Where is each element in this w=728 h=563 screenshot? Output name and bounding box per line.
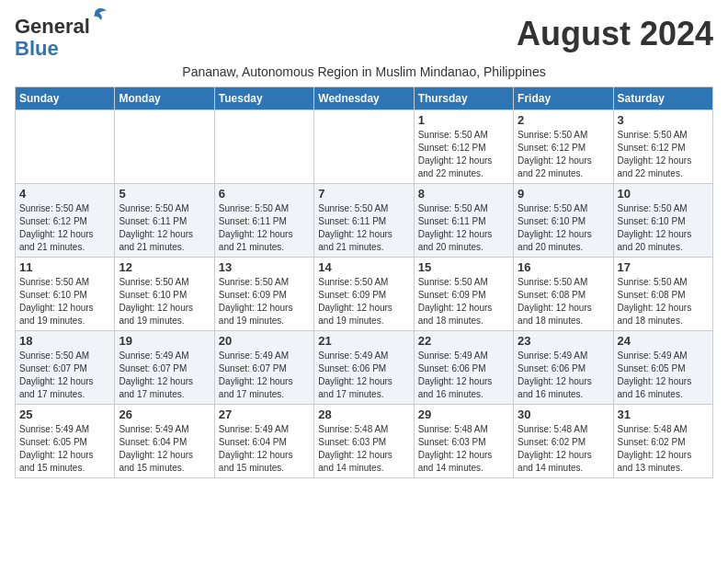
day-info: Sunrise: 5:49 AM Sunset: 6:05 PM Dayligh…	[19, 423, 110, 475]
day-number: 3	[618, 113, 709, 127]
day-number: 9	[518, 187, 609, 201]
table-row: 8Sunrise: 5:50 AM Sunset: 6:11 PM Daylig…	[414, 184, 513, 258]
calendar-table: Sunday Monday Tuesday Wednesday Thursday…	[15, 86, 713, 478]
day-info: Sunrise: 5:50 AM Sunset: 6:09 PM Dayligh…	[318, 276, 409, 327]
table-row: 31Sunrise: 5:48 AM Sunset: 6:02 PM Dayli…	[613, 405, 712, 478]
day-number: 30	[518, 408, 609, 421]
table-row: 6Sunrise: 5:50 AM Sunset: 6:11 PM Daylig…	[214, 184, 313, 258]
day-info: Sunrise: 5:49 AM Sunset: 6:04 PM Dayligh…	[219, 423, 310, 475]
table-row: 17Sunrise: 5:50 AM Sunset: 6:08 PM Dayli…	[613, 258, 712, 331]
table-row: 4Sunrise: 5:50 AM Sunset: 6:12 PM Daylig…	[16, 184, 115, 258]
calendar-week-row: 11Sunrise: 5:50 AM Sunset: 6:10 PM Dayli…	[16, 258, 713, 331]
day-number: 21	[318, 334, 409, 348]
col-tuesday: Tuesday	[214, 87, 313, 110]
table-row: 5Sunrise: 5:50 AM Sunset: 6:11 PM Daylig…	[115, 184, 214, 258]
table-row: 12Sunrise: 5:50 AM Sunset: 6:10 PM Dayli…	[115, 258, 214, 331]
day-info: Sunrise: 5:49 AM Sunset: 6:07 PM Dayligh…	[219, 350, 310, 401]
day-info: Sunrise: 5:50 AM Sunset: 6:10 PM Dayligh…	[119, 276, 210, 327]
day-info: Sunrise: 5:50 AM Sunset: 6:10 PM Dayligh…	[518, 202, 609, 254]
day-number: 22	[418, 334, 509, 348]
day-info: Sunrise: 5:50 AM Sunset: 6:11 PM Dayligh…	[318, 202, 409, 254]
day-number: 11	[19, 260, 110, 274]
month-title: August 2024	[517, 15, 713, 53]
day-number: 29	[418, 408, 509, 421]
table-row: 1Sunrise: 5:50 AM Sunset: 6:12 PM Daylig…	[414, 110, 513, 184]
day-info: Sunrise: 5:48 AM Sunset: 6:03 PM Dayligh…	[418, 423, 509, 475]
table-row: 2Sunrise: 5:50 AM Sunset: 6:12 PM Daylig…	[514, 110, 613, 184]
col-friday: Friday	[514, 87, 613, 110]
day-number: 19	[119, 334, 210, 348]
table-row: 24Sunrise: 5:49 AM Sunset: 6:05 PM Dayli…	[613, 331, 712, 405]
table-row: 15Sunrise: 5:50 AM Sunset: 6:09 PM Dayli…	[414, 258, 513, 331]
day-info: Sunrise: 5:50 AM Sunset: 6:09 PM Dayligh…	[418, 276, 509, 327]
page-header: General Blue August 2024	[15, 15, 713, 61]
day-number: 7	[318, 187, 409, 201]
day-info: Sunrise: 5:50 AM Sunset: 6:10 PM Dayligh…	[19, 276, 110, 327]
table-row	[115, 110, 214, 184]
calendar-week-row: 25Sunrise: 5:49 AM Sunset: 6:05 PM Dayli…	[16, 405, 713, 478]
table-row: 11Sunrise: 5:50 AM Sunset: 6:10 PM Dayli…	[16, 258, 115, 331]
day-info: Sunrise: 5:49 AM Sunset: 6:06 PM Dayligh…	[418, 350, 509, 401]
day-number: 5	[119, 187, 210, 201]
table-row: 19Sunrise: 5:49 AM Sunset: 6:07 PM Dayli…	[115, 331, 214, 405]
table-row: 18Sunrise: 5:50 AM Sunset: 6:07 PM Dayli…	[16, 331, 115, 405]
table-row: 27Sunrise: 5:49 AM Sunset: 6:04 PM Dayli…	[214, 405, 313, 478]
calendar-week-row: 18Sunrise: 5:50 AM Sunset: 6:07 PM Dayli…	[16, 331, 713, 405]
calendar-week-row: 4Sunrise: 5:50 AM Sunset: 6:12 PM Daylig…	[16, 184, 713, 258]
day-number: 8	[418, 187, 509, 201]
day-info: Sunrise: 5:50 AM Sunset: 6:12 PM Dayligh…	[618, 129, 709, 180]
day-info: Sunrise: 5:48 AM Sunset: 6:02 PM Dayligh…	[618, 423, 709, 475]
table-row: 3Sunrise: 5:50 AM Sunset: 6:12 PM Daylig…	[613, 110, 712, 184]
page-subtitle: Pananaw, Autonomous Region in Muslim Min…	[15, 64, 713, 79]
table-row: 7Sunrise: 5:50 AM Sunset: 6:11 PM Daylig…	[314, 184, 414, 258]
day-number: 26	[119, 408, 210, 421]
day-number: 12	[119, 260, 210, 274]
day-number: 24	[618, 334, 709, 348]
table-row: 20Sunrise: 5:49 AM Sunset: 6:07 PM Dayli…	[214, 331, 313, 405]
day-info: Sunrise: 5:50 AM Sunset: 6:12 PM Dayligh…	[418, 129, 509, 180]
logo: General Blue	[15, 15, 90, 61]
day-number: 14	[318, 260, 409, 274]
logo-text-general: General	[15, 15, 90, 38]
logo-text-blue: Blue	[15, 37, 59, 61]
day-info: Sunrise: 5:49 AM Sunset: 6:05 PM Dayligh…	[618, 350, 709, 401]
table-row: 13Sunrise: 5:50 AM Sunset: 6:09 PM Dayli…	[214, 258, 313, 331]
day-info: Sunrise: 5:50 AM Sunset: 6:11 PM Dayligh…	[219, 202, 310, 254]
table-row	[16, 110, 115, 184]
table-row: 16Sunrise: 5:50 AM Sunset: 6:08 PM Dayli…	[514, 258, 613, 331]
col-wednesday: Wednesday	[314, 87, 414, 110]
day-info: Sunrise: 5:48 AM Sunset: 6:02 PM Dayligh…	[518, 423, 609, 475]
table-row: 22Sunrise: 5:49 AM Sunset: 6:06 PM Dayli…	[414, 331, 513, 405]
day-info: Sunrise: 5:50 AM Sunset: 6:08 PM Dayligh…	[518, 276, 609, 327]
table-row: 30Sunrise: 5:48 AM Sunset: 6:02 PM Dayli…	[514, 405, 613, 478]
day-number: 10	[618, 187, 709, 201]
col-saturday: Saturday	[613, 87, 712, 110]
day-info: Sunrise: 5:50 AM Sunset: 6:12 PM Dayligh…	[19, 202, 110, 254]
table-row: 29Sunrise: 5:48 AM Sunset: 6:03 PM Dayli…	[414, 405, 513, 478]
day-info: Sunrise: 5:50 AM Sunset: 6:07 PM Dayligh…	[19, 350, 110, 401]
day-info: Sunrise: 5:49 AM Sunset: 6:04 PM Dayligh…	[119, 423, 210, 475]
table-row: 10Sunrise: 5:50 AM Sunset: 6:10 PM Dayli…	[613, 184, 712, 258]
day-number: 1	[418, 113, 509, 127]
day-number: 18	[19, 334, 110, 348]
table-row: 28Sunrise: 5:48 AM Sunset: 6:03 PM Dayli…	[314, 405, 414, 478]
day-info: Sunrise: 5:50 AM Sunset: 6:08 PM Dayligh…	[618, 276, 709, 327]
logo-bird-icon	[88, 7, 107, 22]
table-row	[314, 110, 414, 184]
day-info: Sunrise: 5:49 AM Sunset: 6:07 PM Dayligh…	[119, 350, 210, 401]
calendar-week-row: 1Sunrise: 5:50 AM Sunset: 6:12 PM Daylig…	[16, 110, 713, 184]
day-number: 4	[19, 187, 110, 201]
day-number: 2	[518, 113, 609, 127]
day-number: 27	[219, 408, 310, 421]
day-number: 28	[318, 408, 409, 421]
table-row: 9Sunrise: 5:50 AM Sunset: 6:10 PM Daylig…	[514, 184, 613, 258]
day-number: 15	[418, 260, 509, 274]
day-number: 13	[219, 260, 310, 274]
col-monday: Monday	[115, 87, 214, 110]
day-info: Sunrise: 5:50 AM Sunset: 6:11 PM Dayligh…	[418, 202, 509, 254]
table-row: 21Sunrise: 5:49 AM Sunset: 6:06 PM Dayli…	[314, 331, 414, 405]
col-sunday: Sunday	[16, 87, 115, 110]
day-info: Sunrise: 5:50 AM Sunset: 6:11 PM Dayligh…	[119, 202, 210, 254]
day-info: Sunrise: 5:50 AM Sunset: 6:12 PM Dayligh…	[518, 129, 609, 180]
table-row: 14Sunrise: 5:50 AM Sunset: 6:09 PM Dayli…	[314, 258, 414, 331]
